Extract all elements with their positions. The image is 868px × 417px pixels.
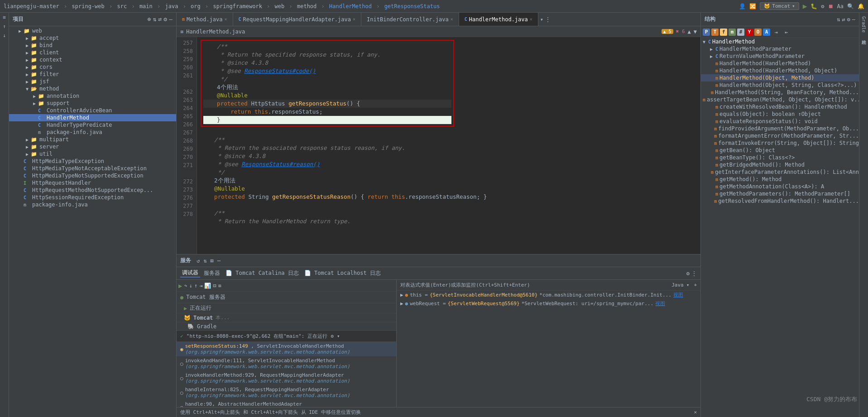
struct-item-get-bridged[interactable]: m getBridgedMethod(): Method bbox=[701, 161, 859, 168]
struct-btn-m[interactable]: m bbox=[729, 29, 736, 36]
tree-item-client[interactable]: ▶ 📁 client bbox=[9, 49, 176, 56]
tree-item-server[interactable]: ▶ 📁 server bbox=[9, 143, 176, 150]
tree-item-handler-method[interactable]: ▶ C HandlerMethod bbox=[9, 114, 176, 121]
debug-icon[interactable]: 🐛 bbox=[810, 3, 817, 10]
tree-item-support[interactable]: ▶ 📁 support bbox=[9, 100, 176, 107]
error-badge[interactable]: ✖ 6 bbox=[676, 29, 685, 34]
tab-more-button[interactable]: ▾ bbox=[540, 16, 543, 23]
debug-icon-filter[interactable]: ⋮ bbox=[691, 270, 697, 277]
tree-item-util[interactable]: ▶ 📁 util bbox=[9, 150, 176, 158]
struct-btn-a[interactable]: A bbox=[763, 29, 770, 36]
struct-btn-f[interactable]: f bbox=[720, 29, 727, 36]
struct-item-equals[interactable]: m equals(Object): boolean ↑Object bbox=[701, 110, 859, 118]
tree-item-controller-advice-bean[interactable]: ▶ C ControllerAdviceBean bbox=[9, 107, 176, 114]
warning-badge[interactable]: ▲ 5 bbox=[662, 29, 673, 34]
thread-filter-icon[interactable]: ⚙ bbox=[331, 333, 334, 339]
struct-item-handler-string-bean[interactable]: m HandlerMethod(String, BeanFactory, Met… bbox=[701, 89, 859, 96]
struct-item-handler-method-param[interactable]: ▶ C HandlerMethodParameter bbox=[701, 45, 859, 53]
debug-lang-chevron[interactable]: ▾ bbox=[686, 282, 690, 288]
tree-item-package-info-root[interactable]: ▶ m package-info.java bbox=[9, 201, 176, 208]
panel-minimize-icon[interactable]: — bbox=[169, 16, 173, 23]
panel-settings-icon[interactable]: ⚙ bbox=[163, 16, 167, 23]
frames-icon[interactable]: ⊟ bbox=[213, 283, 216, 289]
struct-item-assert-target[interactable]: m assertTargetBean(Method, Object, Objec… bbox=[701, 96, 859, 103]
struct-btn-t[interactable]: T bbox=[711, 29, 719, 36]
evaluate-icon[interactable]: 📊 bbox=[204, 283, 211, 289]
struct-item-format-invoke-error[interactable]: m formatInvokeError(String, Object[]): S… bbox=[701, 139, 859, 147]
tree-item-filter[interactable]: ▶ 📁 filter bbox=[9, 71, 176, 78]
tree-item-http-request-handler[interactable]: ▶ I HttpRequestHandler bbox=[9, 179, 176, 187]
run-button[interactable]: ▶ bbox=[803, 2, 807, 10]
struct-item-get-method[interactable]: m getMethod(): Method bbox=[701, 176, 859, 183]
bottom-panel-icon-2[interactable]: ⇅ bbox=[203, 258, 206, 264]
step-out-icon[interactable]: ↑ bbox=[194, 283, 197, 289]
struct-item-return-value-param[interactable]: ▶ C ReturnValueMethodParameter bbox=[701, 53, 859, 60]
step-over-icon[interactable]: ↷ bbox=[184, 283, 187, 289]
tree-item-bind[interactable]: ▶ 📁 bind bbox=[9, 42, 176, 49]
struct-item-get-interface-param[interactable]: m getInterfaceParameterAnnotations(): Li… bbox=[701, 168, 859, 176]
struct-item-evaluate-response[interactable]: m evaluateResponseStatus(): void bbox=[701, 118, 859, 125]
tree-item-jsf[interactable]: ▶ 📁 jsf bbox=[9, 78, 176, 85]
tree-item-web[interactable]: ▶ 📁 web bbox=[9, 27, 176, 34]
thread-expand-icon[interactable]: ▾ bbox=[337, 333, 340, 339]
call-stack-item-1[interactable]: ○ invokeAndHandle:111, ServletInvocableH… bbox=[177, 356, 396, 371]
nav-up-icon[interactable]: ▲ bbox=[688, 29, 691, 35]
debug-tab-server[interactable]: 服务器 bbox=[202, 269, 222, 277]
struct-item-handler-handler-obj[interactable]: m HandlerMethod(HandlerMethod, Object) bbox=[701, 67, 859, 74]
tab-close-handler[interactable]: × bbox=[530, 17, 532, 22]
tree-item-cors[interactable]: ▶ 📁 cors bbox=[9, 63, 176, 71]
bottom-panel-icon-3[interactable]: ⊞ bbox=[210, 258, 213, 264]
stop-icon[interactable]: ⏹ bbox=[828, 3, 834, 10]
debug-tab-debugger[interactable]: 调试器 bbox=[180, 269, 200, 278]
side-tab-build[interactable]: 构建 bbox=[860, 34, 868, 38]
struct-item-handler-obj-method[interactable]: m HandlerMethod(Object, Method) bbox=[701, 74, 859, 81]
struct-collapse-btn[interactable]: ⇤ bbox=[782, 29, 791, 35]
sidebar-icon-3[interactable]: ↓ bbox=[1, 33, 8, 40]
tab-close-method[interactable]: × bbox=[225, 17, 227, 22]
struct-item-get-bean-type[interactable]: m getBeanType(): Class<?> bbox=[701, 154, 859, 161]
tab-close-init[interactable]: × bbox=[451, 17, 453, 22]
struct-item-get-bean[interactable]: m getBean(): Object bbox=[701, 147, 859, 154]
sidebar-icon-1[interactable]: ≡ bbox=[1, 14, 8, 22]
tree-item-http-media-not-supported[interactable]: ▶ C HttpMediaTypeNotSupportedException bbox=[9, 172, 176, 179]
tree-item-method[interactable]: ▼ 📂 method bbox=[9, 85, 176, 92]
nav-down-icon[interactable]: ▼ bbox=[694, 29, 697, 35]
bottom-panel-icon-1[interactable]: ↺ bbox=[197, 258, 200, 264]
struct-expand-btn[interactable]: ⇥ bbox=[772, 29, 781, 35]
tree-item-http-media-not-acceptable[interactable]: ▶ C HttpMediaTypeNotAcceptableException bbox=[9, 165, 176, 172]
tab-method-java[interactable]: m Method.java × bbox=[177, 13, 233, 26]
struct-item-find-provided[interactable]: m findProvidedArgument(MethodParameter, … bbox=[701, 125, 859, 132]
tree-item-annotation[interactable]: ▶ 📁 annotation bbox=[9, 92, 176, 100]
bottom-panel-icon-4[interactable]: ⋯ bbox=[217, 258, 221, 264]
tab-request-mapping[interactable]: C RequestMappingHandlerAdapter.java × bbox=[233, 13, 361, 26]
struct-filter-icon[interactable]: ⇄ bbox=[842, 16, 845, 23]
tree-item-handler-type[interactable]: ▶ C HandlerTypePredicate bbox=[9, 121, 176, 129]
tab-init-binder[interactable]: InitBinderController.java × bbox=[361, 13, 459, 26]
call-stack-item-0[interactable]: ◉ setResponseStatus:149 , ServletInvocab… bbox=[177, 342, 396, 356]
struct-item-class[interactable]: ▼ C HandlerMethod bbox=[701, 38, 859, 45]
tree-item-context[interactable]: ▶ 📁 context bbox=[9, 56, 176, 63]
debug-add-icon[interactable]: + bbox=[694, 282, 697, 288]
tab-handler-method[interactable]: C HandlerMethod.java × bbox=[459, 13, 538, 26]
struct-btn-y[interactable]: Y bbox=[746, 29, 753, 36]
tab-close-request[interactable]: × bbox=[353, 17, 355, 22]
call-stack-item-2[interactable]: ○ invokeHandlerMethod:929, RequestMappin… bbox=[177, 371, 396, 385]
tab-overflow-button[interactable]: ⋮ bbox=[545, 16, 551, 23]
var-item-this[interactable]: ▶ ● this = {ServletInvocableHandlerMetho… bbox=[397, 291, 700, 299]
debug-icon-settings[interactable]: ⚙ bbox=[686, 270, 690, 277]
translate-icon[interactable]: Aa bbox=[837, 3, 844, 10]
struct-btn-hash[interactable]: # bbox=[737, 29, 744, 36]
var-arrow-webrequest[interactable]: ▶ bbox=[400, 301, 403, 307]
sidebar-icon-2[interactable]: ↑ bbox=[1, 24, 8, 31]
threads-icon[interactable]: ≡ bbox=[218, 283, 221, 289]
struct-item-create-resolved[interactable]: m createWithResolvedBean(): HandlerMetho… bbox=[701, 103, 859, 110]
var-link-webrequest[interactable]: 视图 bbox=[655, 300, 665, 307]
struct-btn-p[interactable]: P bbox=[703, 29, 710, 36]
call-stack-item-3[interactable]: ○ handleInternal:825, RequestMappingHand… bbox=[177, 385, 396, 400]
tree-item-http-media-type-exception[interactable]: ▶ C HttpMediaTypeException bbox=[9, 158, 176, 165]
struct-item-get-resolved[interactable]: m getResolvedFromHandlerMethod(): Handle… bbox=[701, 197, 859, 205]
breadcrumb-toggle[interactable]: ≡ bbox=[180, 29, 183, 35]
run-to-cursor-icon[interactable]: ⇥ bbox=[199, 283, 202, 289]
build-icon[interactable]: ⚙ bbox=[821, 3, 824, 10]
step-into-icon[interactable]: ↓ bbox=[189, 283, 192, 289]
